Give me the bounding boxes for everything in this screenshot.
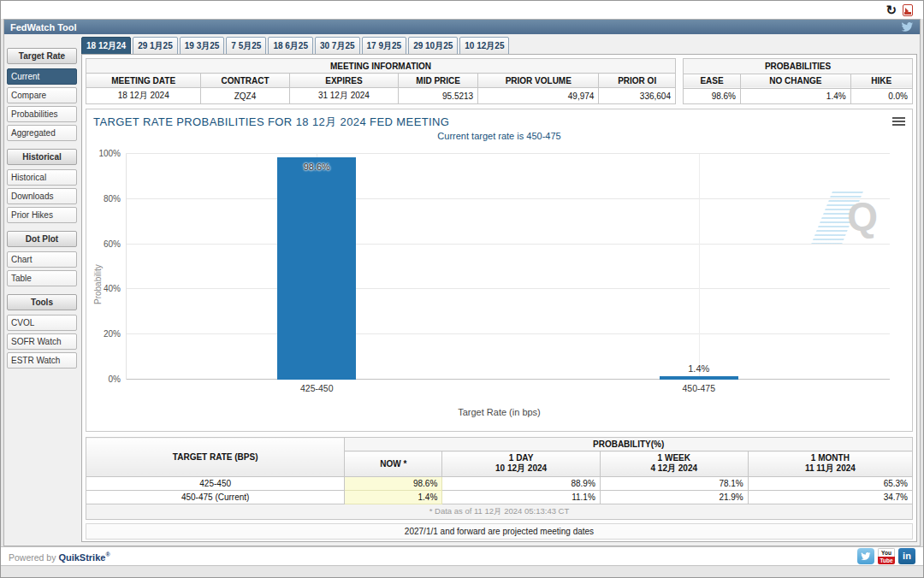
tab-meeting-date[interactable]: 30 7月25: [315, 37, 360, 55]
period-column-header: NOW *: [345, 451, 442, 477]
column-header: EXPIRES: [289, 74, 398, 88]
tab-meeting-date[interactable]: 18 12月24: [81, 37, 131, 55]
fedwatch-page: ↻ FedWatch Tool Target RateCurrentCompar…: [0, 0, 924, 578]
tab-meeting-date[interactable]: 7 5月25: [226, 37, 266, 55]
table-cell: 95.5213: [399, 88, 478, 104]
period-column-header: 1 MONTH11 11月 2024: [748, 451, 912, 477]
tab-meeting-date[interactable]: 17 9月25: [362, 37, 407, 55]
y-tick-label: 80%: [92, 194, 121, 203]
app-title: FedWatch Tool: [10, 22, 77, 32]
content-panel: MEETING INFORMATION MEETING DATECONTRACT…: [81, 54, 917, 542]
sidebar-group: HistoricalHistoricalDownloadsPrior Hikes: [7, 149, 77, 223]
table-cell: 18 12月 2024: [86, 88, 201, 104]
sidebar-item-historical[interactable]: Historical: [7, 169, 77, 186]
probability-cell: 88.9%: [442, 477, 601, 491]
main-area: 18 12月2429 1月2519 3月257 5月2518 6月2530 7月…: [81, 37, 917, 542]
period-column-header: 1 DAY10 12月 2024: [442, 451, 601, 477]
column-header: PRIOR VOLUME: [478, 74, 599, 88]
probabilities-summary-table: PROBABILITIES EASENO CHANGEHIKE 98.6%1.4…: [683, 58, 913, 104]
gridline: [126, 153, 890, 154]
twitter-icon[interactable]: [901, 22, 914, 32]
column-header: MID PRICE: [399, 74, 478, 88]
sidebar-group: Target RateCurrentCompareProbabilitiesAg…: [7, 48, 77, 141]
chart-menu-icon[interactable]: [892, 115, 905, 127]
tab-meeting-date[interactable]: 19 3月25: [180, 37, 225, 55]
probability-group-header: PROBABILITY(%): [345, 438, 913, 451]
chart-title: TARGET RATE PROBABILITIES FOR 18 12月 202…: [93, 115, 449, 130]
y-tick-label: 60%: [92, 239, 121, 249]
bar-value-label: 98.6%: [277, 162, 356, 172]
data-as-of-footnote: * Data as of 11 12月 2024 05:13:43 CT: [86, 504, 913, 520]
column-header: MEETING DATE: [86, 74, 201, 88]
now-probability-cell: 98.6%: [345, 477, 442, 491]
sidebar-item-current[interactable]: Current: [7, 68, 77, 85]
watermark-q-icon: Q: [847, 197, 878, 236]
y-tick-label: 20%: [92, 329, 121, 339]
header-line: 4 12月 2024: [605, 463, 743, 475]
sidebar-group: ToolsCVOLSOFR WatchESTR Watch: [7, 294, 77, 369]
sidebar-item-chart[interactable]: Chart: [7, 251, 77, 268]
x-category-label: 425-450: [277, 383, 356, 393]
column-header: EASE: [684, 74, 741, 89]
tab-meeting-date[interactable]: 10 12月25: [459, 37, 509, 55]
summary-tables: MEETING INFORMATION MEETING DATECONTRACT…: [86, 58, 913, 104]
sidebar-group-header: Historical: [7, 149, 77, 165]
now-probability-cell: 1.4%: [345, 491, 442, 504]
sidebar: Target RateCurrentCompareProbabilitiesAg…: [7, 37, 77, 542]
probability-bar[interactable]: [660, 376, 738, 380]
probability-cell: 34.7%: [748, 491, 912, 504]
sidebar-item-downloads[interactable]: Downloads: [7, 188, 77, 204]
column-header: NO CHANGE: [741, 74, 851, 89]
chart-subtitle: Current target rate is 450-475: [86, 131, 912, 141]
tab-meeting-date[interactable]: 29 10月25: [408, 37, 458, 55]
header-line: 1 MONTH: [753, 453, 908, 463]
y-tick-label: 100%: [92, 149, 121, 158]
sidebar-item-probabilities[interactable]: Probabilities: [7, 106, 77, 122]
youtube-icon[interactable]: You Tube: [878, 548, 895, 564]
probability-chart: TARGET RATE PROBABILITIES FOR 18 12月 202…: [86, 109, 913, 432]
sidebar-item-prior-hikes[interactable]: Prior Hikes: [7, 207, 77, 223]
tab-meeting-date[interactable]: 29 1月25: [133, 37, 178, 55]
table-cell: 98.6%: [684, 89, 741, 104]
sidebar-item-cvol[interactable]: CVOL: [7, 315, 77, 331]
probability-bar[interactable]: [277, 157, 356, 380]
quikstrike-link[interactable]: QuikStrike®: [58, 552, 110, 563]
header-line: 1 DAY: [447, 453, 595, 463]
sidebar-item-compare[interactable]: Compare: [7, 87, 77, 103]
sidebar-group-header: Tools: [7, 294, 77, 310]
chart-header: TARGET RATE PROBABILITIES FOR 18 12月 202…: [86, 109, 912, 130]
table-row: 425-45098.6%88.9%78.1%65.3%: [86, 477, 913, 491]
table-cell: 336,604: [599, 88, 676, 104]
table-cell: 31 12月 2024: [289, 88, 398, 104]
y-tick-label: 0%: [92, 375, 121, 384]
gridline: [126, 244, 890, 245]
meeting-date-tabs: 18 12月2429 1月2519 3月257 5月2518 6月2530 7月…: [81, 37, 917, 54]
twitter-footer-icon[interactable]: [857, 548, 874, 564]
x-axis-title: Target Rate (in bps): [86, 407, 912, 417]
probability-history-table: TARGET RATE (BPS)PROBABILITY(%)NOW *1 DA…: [86, 437, 913, 520]
probabilities-title: PROBABILITIES: [684, 59, 913, 74]
table-cell: 1.4%: [741, 89, 851, 104]
meeting-information-title: MEETING INFORMATION: [86, 59, 676, 74]
sidebar-item-table[interactable]: Table: [7, 270, 77, 286]
pdf-icon[interactable]: [903, 4, 913, 16]
header-line: 1 WEEK: [605, 453, 743, 463]
linkedin-icon[interactable]: in: [898, 548, 915, 564]
sidebar-item-estr-watch[interactable]: ESTR Watch: [7, 352, 77, 369]
y-axis-line: [126, 154, 127, 380]
browser-chrome-strip: ↻: [1, 1, 923, 19]
sidebar-item-aggregated[interactable]: Aggregated: [7, 125, 77, 141]
column-header: HIKE: [850, 74, 912, 89]
probability-cell: 11.1%: [442, 491, 601, 504]
column-header: PRIOR OI: [599, 74, 676, 88]
bar-value-label: 1.4%: [660, 363, 738, 374]
probability-cell: 65.3%: [748, 477, 912, 491]
gridline: [126, 379, 890, 380]
plot-area: Q 0%20%40%60%80%100%98.6%425-4501.4%450-…: [126, 154, 890, 380]
sidebar-group: Dot PlotChartTable: [7, 231, 77, 286]
quikstrike-watermark: Q: [818, 192, 878, 251]
refresh-icon[interactable]: ↻: [886, 3, 897, 16]
sidebar-item-sofr-watch[interactable]: SOFR Watch: [7, 333, 77, 350]
tab-meeting-date[interactable]: 18 6月25: [268, 37, 313, 55]
header-line: 11 11月 2024: [753, 463, 908, 475]
